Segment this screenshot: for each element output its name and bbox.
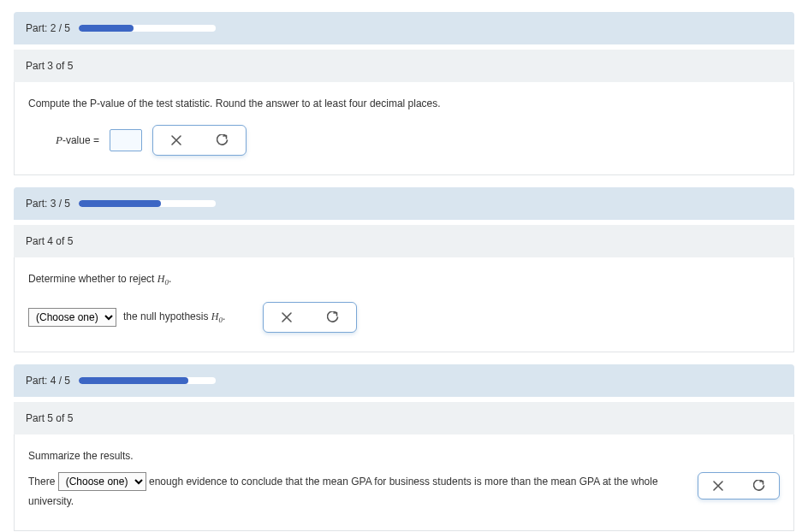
- toolbox: [698, 472, 780, 499]
- part-sub-header-3: Part 3 of 5: [14, 50, 794, 82]
- choose-one-select[interactable]: (Choose one): [28, 308, 116, 327]
- reset-icon[interactable]: [217, 134, 229, 146]
- sentence-block: There (Choose one) enough evidence to co…: [28, 472, 686, 511]
- part-3-panel: Compute the P-value of the test statisti…: [14, 82, 794, 175]
- progress-bar: [79, 377, 216, 384]
- reset-icon[interactable]: [753, 480, 765, 492]
- part-progress-label: Part: 2 / 5: [26, 22, 70, 34]
- pvalue-suffix: -value =: [62, 134, 99, 146]
- part-progress-header-2: Part: 2 / 5: [14, 12, 794, 44]
- close-icon[interactable]: [281, 311, 293, 323]
- pvalue-label: P-value =: [56, 133, 99, 147]
- progress-bar: [79, 25, 216, 32]
- choose-one-select[interactable]: (Choose one): [58, 472, 146, 491]
- part-5-panel: Summarize the results. There (Choose one…: [14, 434, 794, 531]
- part-sub-header-5: Part 5 of 5: [14, 402, 794, 434]
- part-progress-header-4: Part: 4 / 5: [14, 364, 794, 397]
- question-text: Compute the P-value of the test statisti…: [28, 98, 780, 109]
- progress-fill: [79, 377, 188, 384]
- pvalue-symbol: P: [56, 133, 62, 146]
- part-4-panel: Determine whether to reject H0. (Choose …: [14, 257, 794, 352]
- close-icon[interactable]: [712, 480, 724, 492]
- reset-icon[interactable]: [327, 311, 339, 323]
- answer-row: P-value =: [56, 125, 780, 156]
- h0-symbol: H0: [211, 310, 223, 322]
- part-progress-label: Part: 4 / 5: [26, 375, 70, 387]
- part-progress-header-3: Part: 3 / 5: [14, 187, 794, 220]
- h0-symbol: H0: [157, 273, 169, 285]
- progress-fill: [79, 25, 134, 32]
- close-icon[interactable]: [170, 134, 182, 146]
- progress-fill: [79, 200, 161, 207]
- progress-bar: [79, 200, 216, 207]
- toolbox: [152, 125, 247, 156]
- question-prefix: Determine whether to reject: [28, 273, 157, 285]
- answer-row: There (Choose one) enough evidence to co…: [28, 472, 780, 511]
- toolbox: [263, 302, 357, 333]
- part-progress-label: Part: 3 / 5: [26, 198, 70, 210]
- part-sub-header-4: Part 4 of 5: [14, 225, 794, 257]
- sentence-prefix: There: [28, 476, 58, 488]
- after-select-text: the null hypothesis H0.: [123, 310, 225, 324]
- answer-row: (Choose one) the null hypothesis H0.: [28, 302, 780, 333]
- question-text: Summarize the results.: [28, 450, 780, 462]
- question-text: Determine whether to reject H0.: [28, 273, 780, 287]
- pvalue-input[interactable]: [110, 129, 142, 151]
